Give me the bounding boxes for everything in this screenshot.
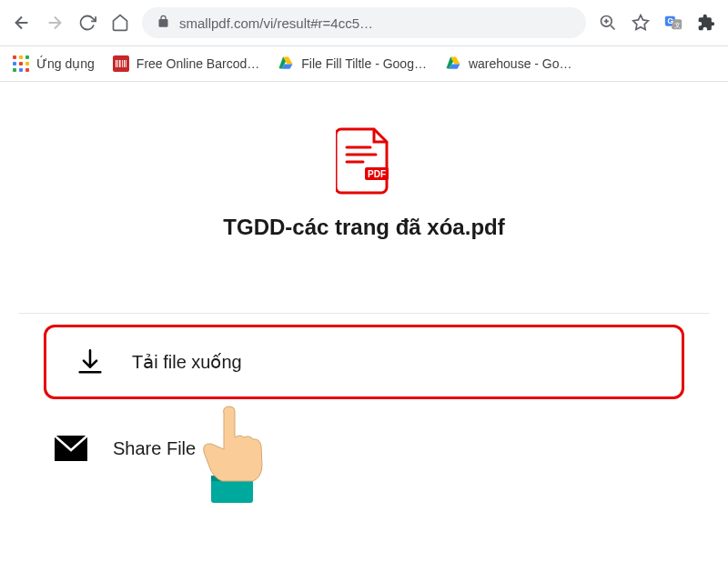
bookmark-label: Ứng dụng [36, 56, 95, 71]
file-display: PDF TGDD-các trang đã xóa.pdf [18, 127, 710, 240]
page-content: PDF TGDD-các trang đã xóa.pdf Tải file x… [0, 82, 728, 505]
bookmark-barcode[interactable]: Free Online Barcod… [113, 55, 259, 72]
bookmark-filefill[interactable]: File Fill Tiltle - Goog… [278, 55, 427, 72]
pdf-file-icon: PDF [336, 127, 392, 198]
apps-icon [13, 55, 29, 72]
action-list: Tải file xuống Share File [18, 313, 710, 487]
action-label: Share File [113, 438, 196, 459]
drive-favicon [278, 55, 294, 72]
bookmarks-bar: Ứng dụng Free Online Barcod… File Fill T… [0, 46, 728, 82]
svg-rect-5 [113, 55, 129, 72]
svg-text:文: 文 [674, 21, 681, 29]
bookmark-label: File Fill Tiltle - Goog… [301, 56, 427, 71]
svg-rect-11 [126, 60, 126, 67]
envelope-icon [55, 432, 87, 465]
bookmark-label: Free Online Barcod… [136, 56, 259, 71]
forward-button[interactable] [44, 12, 66, 34]
lock-icon [157, 15, 170, 31]
svg-rect-10 [124, 60, 125, 67]
svg-rect-9 [122, 60, 123, 67]
translate-icon[interactable]: G文 [662, 12, 684, 34]
bookmark-warehouse[interactable]: warehouse - Go… [445, 55, 572, 72]
share-button[interactable]: Share File [18, 410, 710, 487]
browser-toolbar: smallpdf.com/vi/result#r=4cc5… G文 [0, 0, 728, 46]
svg-rect-6 [116, 60, 116, 67]
star-icon[interactable] [630, 12, 652, 34]
reload-button[interactable] [76, 12, 98, 34]
address-bar[interactable]: smallpdf.com/vi/result#r=4cc5… [142, 7, 586, 38]
svg-rect-8 [119, 60, 121, 67]
back-button[interactable] [11, 12, 33, 34]
barcode-favicon [113, 55, 129, 72]
svg-text:G: G [668, 17, 673, 25]
svg-text:PDF: PDF [368, 169, 386, 179]
drive-favicon [445, 55, 461, 72]
url-text: smallpdf.com/vi/result#r=4cc5… [179, 15, 373, 31]
download-button[interactable]: Tải file xuống [44, 325, 684, 399]
bookmark-apps[interactable]: Ứng dụng [13, 55, 95, 72]
download-icon [74, 346, 106, 378]
action-label: Tải file xuống [132, 351, 242, 373]
bookmark-label: warehouse - Go… [469, 56, 572, 71]
zoom-icon[interactable] [597, 12, 619, 34]
svg-rect-7 [117, 60, 118, 67]
file-name: TGDD-các trang đã xóa.pdf [18, 215, 710, 240]
home-button[interactable] [109, 12, 131, 34]
extensions-icon[interactable] [695, 12, 717, 34]
